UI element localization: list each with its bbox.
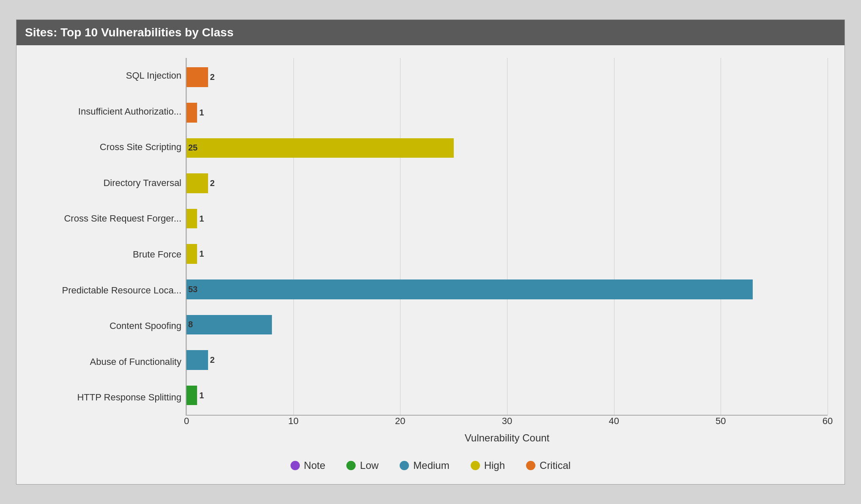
bar-row: 8 xyxy=(186,309,828,340)
legend-item: Note xyxy=(291,460,326,471)
y-axis-label: SQL Injection xyxy=(33,70,181,81)
y-axis-label: Brute Force xyxy=(33,249,181,260)
bar-value-label: 1 xyxy=(199,108,204,118)
bar-value-label: 2 xyxy=(210,178,215,188)
chart-container: Sites: Top 10 Vulnerabilities by Class S… xyxy=(16,19,845,485)
x-tick-label: 40 xyxy=(609,416,619,427)
y-axis-label: Abuse of Functionality xyxy=(33,356,181,367)
bar-row: 1 xyxy=(186,238,828,270)
legend-label: Low xyxy=(360,460,378,471)
y-axis-labels: SQL InjectionInsufficient Authorizatio..… xyxy=(33,58,186,416)
legend-dot xyxy=(526,461,535,470)
x-tick-label: 30 xyxy=(502,416,512,427)
bar-row: 2 xyxy=(186,344,828,376)
legend-label: Critical xyxy=(540,460,570,471)
legend-item: Critical xyxy=(526,460,570,471)
y-axis-label: Cross Site Request Forger... xyxy=(33,213,181,224)
bar-value-label: 2 xyxy=(210,355,215,365)
bar-rows: 212521153821 xyxy=(186,58,828,415)
bar: 53 xyxy=(186,279,753,299)
bar xyxy=(186,350,208,370)
chart-title: Sites: Top 10 Vulnerabilities by Class xyxy=(16,20,845,45)
legend-dot xyxy=(346,461,356,470)
chart-body: SQL InjectionInsufficient Authorizatio..… xyxy=(16,45,845,484)
legend-dot xyxy=(291,461,300,470)
y-axis-label: HTTP Response Splitting xyxy=(33,392,181,403)
bar-value-label: 1 xyxy=(199,249,204,259)
bar-row: 1 xyxy=(186,97,828,129)
x-axis-area: 0102030405060 Vulnerability Count xyxy=(186,416,828,454)
bar-row: 1 xyxy=(186,380,828,411)
y-axis-label: Content Spoofing xyxy=(33,320,181,331)
bar-row: 2 xyxy=(186,61,828,93)
legend-item: Low xyxy=(346,460,378,471)
x-axis-title: Vulnerability Count xyxy=(186,432,828,444)
bar-value-label: 53 xyxy=(188,285,197,294)
bar xyxy=(186,386,197,405)
x-tick-label: 0 xyxy=(184,416,189,427)
y-axis-label: Insufficient Authorizatio... xyxy=(33,106,181,117)
legend-dot xyxy=(400,461,409,470)
grid-line xyxy=(828,58,828,415)
bar xyxy=(186,244,197,264)
y-axis-label: Predictable Resource Loca... xyxy=(33,285,181,296)
legend-label: High xyxy=(484,460,505,471)
bar: 25 xyxy=(186,138,454,158)
x-tick-label: 50 xyxy=(716,416,726,427)
bar-value-label: 8 xyxy=(188,320,193,329)
bar-value-label: 25 xyxy=(188,143,197,153)
x-tick-label: 10 xyxy=(288,416,298,427)
legend-item: Medium xyxy=(400,460,449,471)
bar-value-label: 1 xyxy=(199,391,204,400)
bar-value-label: 2 xyxy=(210,72,215,82)
x-tick-label: 20 xyxy=(395,416,405,427)
x-tick-label: 60 xyxy=(823,416,833,427)
bar-row: 53 xyxy=(186,274,828,305)
bar: 8 xyxy=(186,315,272,335)
legend-dot xyxy=(471,461,480,470)
bar xyxy=(186,67,208,87)
y-axis-label: Cross Site Scripting xyxy=(33,142,181,153)
bars-area: 212521153821 xyxy=(186,58,828,416)
bar-row: 1 xyxy=(186,203,828,235)
y-axis-label: Directory Traversal xyxy=(33,178,181,189)
bar xyxy=(186,173,208,193)
bar-row: 25 xyxy=(186,132,828,164)
bar xyxy=(186,209,197,229)
legend-label: Medium xyxy=(413,460,449,471)
bar-value-label: 1 xyxy=(199,214,204,224)
plot-area: SQL InjectionInsufficient Authorizatio..… xyxy=(33,58,828,416)
bar xyxy=(186,103,197,123)
legend-label: Note xyxy=(304,460,326,471)
x-tick-labels: 0102030405060 xyxy=(186,416,828,430)
legend: NoteLowMediumHighCritical xyxy=(33,454,828,476)
bar-row: 2 xyxy=(186,167,828,199)
legend-item: High xyxy=(471,460,505,471)
